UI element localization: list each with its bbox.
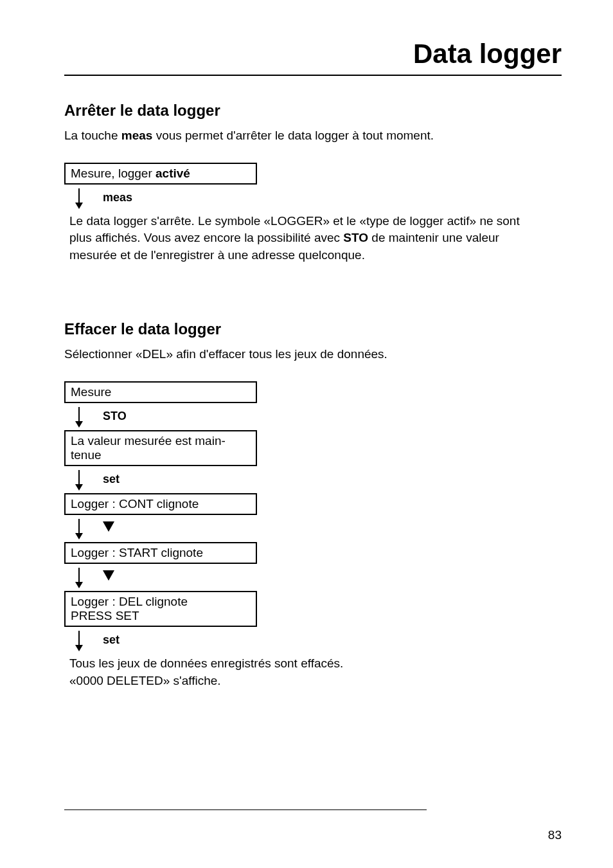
arrow-a1: meas bbox=[73, 187, 562, 209]
section-a-heading: Arrêter le data logger bbox=[64, 102, 562, 120]
down-arrow-icon bbox=[73, 187, 85, 209]
step5-line1: Logger : DEL clignote bbox=[71, 595, 251, 609]
svg-marker-11 bbox=[103, 570, 114, 581]
arrow-label-b1: STO bbox=[103, 410, 127, 423]
step-box-b1: Mesure bbox=[64, 381, 257, 403]
svg-marker-8 bbox=[103, 521, 114, 532]
page-title: Data logger bbox=[64, 39, 562, 76]
bottom-rule bbox=[64, 809, 427, 810]
intro-post: vous permet d'arrêter le data logger à t… bbox=[152, 129, 434, 142]
box-bold: activé bbox=[155, 167, 190, 180]
intro-pre: La touche bbox=[64, 129, 121, 142]
triangle-down-icon bbox=[103, 521, 114, 535]
down-arrow-icon bbox=[73, 518, 85, 539]
svg-marker-13 bbox=[75, 645, 83, 651]
step-box-a1: Mesure, logger activé bbox=[64, 163, 257, 185]
section-b-heading: Effacer le data logger bbox=[64, 320, 562, 338]
section-b-result: Tous les jeux de données enregistrés son… bbox=[69, 655, 538, 689]
box-pre: Mesure, logger bbox=[71, 167, 155, 180]
section-a-result: Le data logger s'arrête. Le symbole «LOG… bbox=[69, 213, 538, 264]
result-bold: STO bbox=[343, 231, 368, 244]
arrow-label-b2: set bbox=[103, 473, 120, 486]
svg-marker-3 bbox=[75, 421, 83, 428]
down-arrow-icon bbox=[73, 469, 85, 491]
svg-marker-5 bbox=[75, 484, 83, 491]
arrow-b3 bbox=[73, 518, 562, 539]
arrow-b4 bbox=[73, 566, 562, 588]
section-b-intro: Sélectionner «DEL» afin d'effacer tous l… bbox=[64, 346, 562, 363]
step5-line2: PRESS SET bbox=[71, 609, 251, 623]
arrow-b5: set bbox=[73, 629, 562, 651]
triangle-down-icon bbox=[103, 570, 114, 584]
down-arrow-icon bbox=[73, 566, 85, 588]
arrow-label-b5: set bbox=[103, 633, 120, 647]
svg-marker-7 bbox=[75, 533, 83, 539]
step-box-b2: La valeur mesurée est main­tenue bbox=[64, 430, 257, 466]
arrow-b1: STO bbox=[73, 406, 562, 428]
step-box-b4: Logger : START clignote bbox=[64, 542, 257, 564]
svg-marker-1 bbox=[75, 203, 83, 209]
intro-bold: meas bbox=[121, 129, 153, 142]
svg-marker-10 bbox=[75, 582, 83, 588]
down-arrow-icon bbox=[73, 629, 85, 651]
page-number: 83 bbox=[548, 828, 562, 842]
section-a-intro: La touche meas vous permet d'arrêter le … bbox=[64, 127, 562, 145]
step-box-b3: Logger : CONT clignote bbox=[64, 493, 257, 515]
step-box-b5: Logger : DEL clignote PRESS SET bbox=[64, 591, 257, 627]
arrow-label-a1: meas bbox=[103, 191, 132, 204]
arrow-b2: set bbox=[73, 469, 562, 491]
down-arrow-icon bbox=[73, 406, 85, 428]
result-line1: Tous les jeux de données enregistrés son… bbox=[69, 655, 538, 673]
result-line2: «0000 DELETED» s'affiche. bbox=[69, 673, 538, 690]
